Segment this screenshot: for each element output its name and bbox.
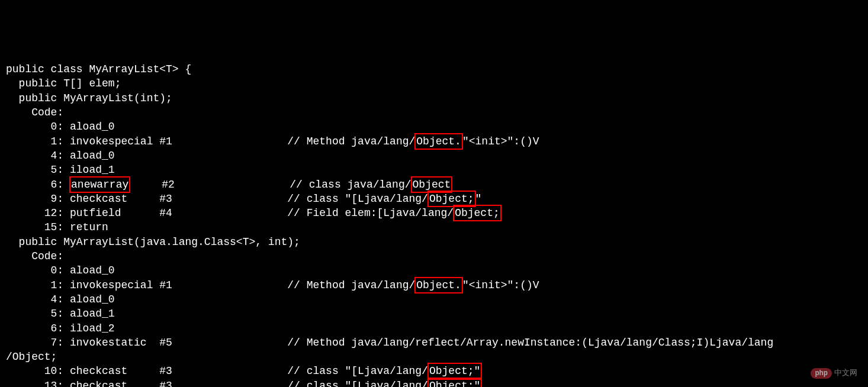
code-text: 13: checkcast #3 // class "[Ljava/lang/ bbox=[6, 380, 428, 387]
code-line: 15: return bbox=[6, 220, 862, 234]
code-line: public MyArrayList(int); bbox=[6, 91, 862, 105]
code-line: 0: aload_0 bbox=[6, 120, 862, 134]
code-line: 6: iload_2 bbox=[6, 321, 862, 336]
code-text: 1: invokespecial #1 // Method java/lang/ bbox=[6, 136, 415, 147]
code-line: 0: aload_0 bbox=[6, 263, 862, 278]
watermark-badge: php bbox=[811, 368, 832, 379]
code-line: 5: iload_1 bbox=[6, 163, 862, 177]
code-line: public MyArrayList(java.lang.Class<T>, i… bbox=[6, 235, 862, 249]
code-text: 10: checkcast #3 // class "[Ljava/lang/ bbox=[6, 365, 428, 377]
code-line: 13: checkcast #3 // class "[Ljava/lang/O… bbox=[6, 379, 862, 387]
code-text: #2 // class java/lang/ bbox=[130, 179, 411, 191]
highlight-object: Object;" bbox=[427, 378, 482, 387]
code-line: 7: invokestatic #5 // Method java/lang/r… bbox=[6, 336, 862, 350]
code-line: 10: checkcast #3 // class "[Ljava/lang/O… bbox=[6, 364, 862, 378]
code-line: 4: aload_0 bbox=[6, 292, 862, 307]
code-text: "<init>":()V bbox=[462, 136, 539, 147]
code-line: 6: anewarray #2 // class java/lang/Objec… bbox=[6, 178, 862, 192]
highlight-anewarray: anewarray bbox=[69, 176, 130, 193]
code-text: "<init>":()V bbox=[462, 279, 539, 291]
code-line: public T[] elem; bbox=[6, 76, 862, 91]
code-line: Code: bbox=[6, 105, 862, 120]
watermark-text: 中文网 bbox=[834, 368, 857, 379]
code-line: 5: aload_1 bbox=[6, 307, 862, 321]
code-text: 12: putfield #4 // Field elem:[Ljava/lan… bbox=[6, 207, 454, 219]
code-line: 1: invokespecial #1 // Method java/lang/… bbox=[6, 278, 862, 292]
watermark: php 中文网 bbox=[811, 368, 857, 379]
code-text: " bbox=[475, 193, 482, 205]
bytecode-listing: public class MyArrayList<T> { public T[]… bbox=[6, 62, 862, 387]
code-text: 6: bbox=[6, 179, 70, 191]
code-text: 1: invokespecial #1 // Method java/lang/ bbox=[6, 279, 415, 291]
code-line: Code: bbox=[6, 249, 862, 263]
code-line: 12: putfield #4 // Field elem:[Ljava/lan… bbox=[6, 206, 862, 220]
code-line: 9: checkcast #3 // class "[Ljava/lang/Ob… bbox=[6, 192, 862, 206]
highlight-object: Object. bbox=[414, 133, 463, 150]
code-line: public class MyArrayList<T> { bbox=[6, 62, 862, 76]
code-line: 1: invokespecial #1 // Method java/lang/… bbox=[6, 134, 862, 149]
highlight-object: Object. bbox=[414, 277, 463, 294]
code-line: 4: aload_0 bbox=[6, 149, 862, 163]
highlight-object: Object; bbox=[453, 205, 501, 221]
code-line: /Object; bbox=[6, 350, 862, 364]
code-text: 9: checkcast #3 // class "[Ljava/lang/ bbox=[6, 193, 428, 205]
